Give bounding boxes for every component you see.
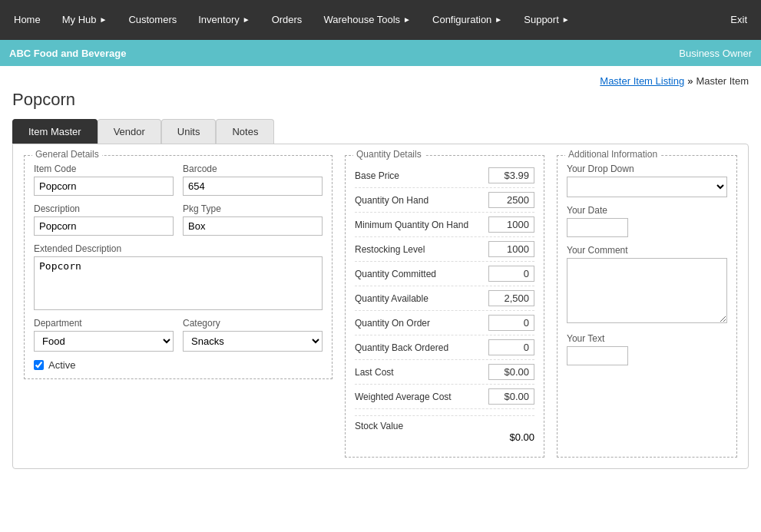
breadcrumb-link[interactable]: Master Item Listing [600,75,684,87]
form-container: General Details Item Code Barcode [12,144,749,469]
description-label: Description [34,203,174,214]
general-details-box: General Details Item Code Barcode [24,155,333,379]
nav-orders[interactable]: Orders [261,0,313,40]
tab-units[interactable]: Units [161,119,217,144]
item-code-barcode-row: Item Code Barcode [34,164,323,196]
nav-customers[interactable]: Customers [117,0,187,40]
qty-last-cost: Last Cost $0.00 [355,360,534,385]
qty-weighted-avg: Weighted Average Cost $0.00 [355,385,534,409]
pkg-type-label: Pkg Type [183,203,323,214]
warehouse-arrow: ► [403,0,411,40]
item-code-field: Item Code [34,164,174,196]
description-field: Description [34,203,174,236]
qty-base-price: Base Price $3.99 [355,164,534,188]
barcode-label: Barcode [183,164,323,174]
your-comment-field: Your Comment [567,245,727,325]
category-field: Category Snacks Chips Popcorn [183,318,323,352]
support-arrow: ► [562,0,570,40]
stock-value-row: Stock Value $0.00 [355,415,534,443]
category-select[interactable]: Snacks Chips Popcorn [183,331,323,352]
tabs: Item Master Vendor Units Notes [12,119,749,144]
page-title: Popcorn [12,90,749,110]
pkg-type-input[interactable] [183,216,323,236]
your-comment-label: Your Comment [567,245,727,256]
barcode-field: Barcode [183,164,323,196]
tab-notes[interactable]: Notes [216,119,274,144]
your-dropdown-select[interactable] [567,177,727,197]
sub-bar: ABC Food and Beverage Business Owner [0,40,761,66]
top-nav: Home My Hub ► Customers Inventory ► Orde… [0,0,761,40]
your-date-input[interactable] [567,218,628,237]
barcode-input[interactable] [183,177,323,196]
qty-on-hand: Quantity On Hand 2500 [355,188,534,213]
description-input[interactable] [34,216,174,236]
additional-info-title: Additional Information [565,149,660,160]
ext-desc-textarea[interactable]: Popcorn [34,256,323,310]
quantity-details-col: Quantity Details Base Price $3.99 Quanti… [345,155,544,458]
nav-home[interactable]: Home [3,0,51,40]
general-details-col: General Details Item Code Barcode [24,155,333,458]
qty-min-on-hand: Minimum Quantity On Hand 1000 [355,213,534,237]
your-date-field: Your Date [567,205,727,237]
active-checkbox[interactable] [34,360,44,370]
breadcrumb: Master Item Listing » Master Item [12,75,749,87]
department-field: Department Food Beverages Snacks [34,318,174,352]
item-code-input[interactable] [34,177,174,196]
active-row: Active [34,359,323,371]
general-details-title: General Details [32,149,102,160]
ext-desc-field: Extended Description Popcorn [34,243,323,310]
category-label: Category [183,318,323,329]
department-select[interactable]: Food Beverages Snacks [34,331,174,352]
your-dropdown-label: Your Drop Down [567,164,727,174]
active-label: Active [48,359,75,371]
nav-warehouse-tools[interactable]: Warehouse Tools ► [313,0,422,40]
tab-item-master[interactable]: Item Master [12,119,98,144]
breadcrumb-sep: » [687,75,693,87]
three-col-layout: General Details Item Code Barcode [24,155,737,458]
item-code-label: Item Code [34,164,174,174]
myhub-arrow: ► [99,0,107,40]
your-text-field: Your Text [567,333,727,365]
main-area: Master Item Listing » Master Item Popcor… [0,66,761,532]
qty-back-ordered: Quantity Back Ordered 0 [355,335,534,360]
pkg-type-field: Pkg Type [183,203,323,236]
additional-info-col: Additional Information Your Drop Down Yo… [557,155,737,458]
your-comment-textarea[interactable] [567,258,727,323]
config-arrow: ► [495,0,502,40]
your-text-input[interactable] [567,346,628,365]
quantity-details-title: Quantity Details [353,149,425,160]
tab-vendor[interactable]: Vendor [98,119,161,144]
qty-on-order: Quantity On Order 0 [355,311,534,335]
ext-desc-label: Extended Description [34,243,323,254]
qty-committed: Quantity Committed 0 [355,262,534,286]
your-date-label: Your Date [567,205,727,216]
qty-restocking: Restocking Level 1000 [355,237,534,262]
inventory-arrow: ► [243,0,250,40]
nav-configuration[interactable]: Configuration ► [422,0,513,40]
company-name: ABC Food and Beverage [9,48,126,59]
nav-exit[interactable]: Exit [720,0,758,40]
department-label: Department [34,318,174,329]
nav-myhub[interactable]: My Hub ► [51,0,118,40]
dept-category-row: Department Food Beverages Snacks Categor… [34,318,323,352]
nav-support[interactable]: Support ► [513,0,580,40]
ext-desc-row: Extended Description Popcorn [34,243,323,310]
additional-info-box: Additional Information Your Drop Down Yo… [557,155,737,458]
breadcrumb-current: Master Item [696,75,749,87]
your-dropdown-field: Your Drop Down [567,164,727,197]
user-role: Business Owner [679,48,752,59]
your-text-label: Your Text [567,333,727,344]
desc-pkgtype-row: Description Pkg Type [34,203,323,236]
nav-inventory[interactable]: Inventory ► [187,0,260,40]
qty-available: Quantity Available 2,500 [355,286,534,311]
quantity-details-box: Quantity Details Base Price $3.99 Quanti… [345,155,544,458]
